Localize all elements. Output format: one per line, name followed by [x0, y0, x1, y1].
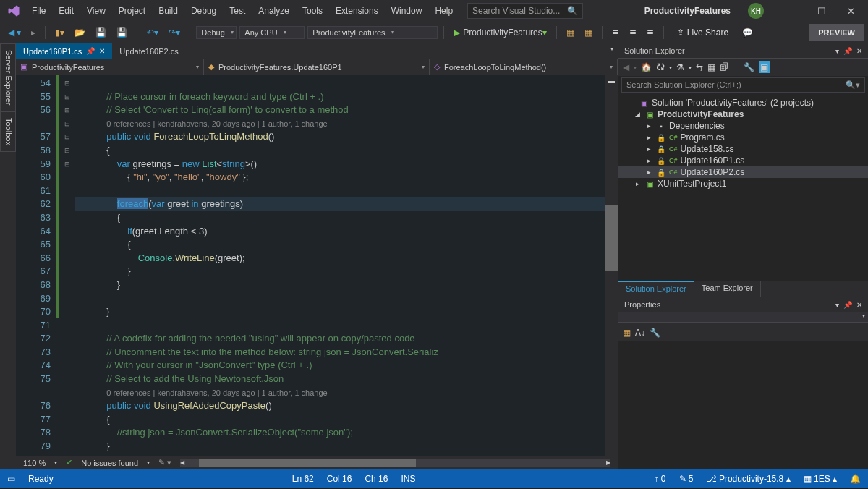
status-ch[interactable]: Ch 16: [365, 474, 388, 484]
nav-project-dropdown[interactable]: ▣ProductivityFeatures: [16, 59, 204, 75]
quick-launch-search[interactable]: Search Visual Studio... 🔍: [467, 3, 583, 19]
menu-build[interactable]: Build: [153, 3, 184, 19]
indent-icon[interactable]: ≣: [608, 26, 623, 39]
undo-icon[interactable]: ↶▾: [143, 26, 162, 39]
btab-solution-explorer[interactable]: Solution Explorer: [618, 281, 694, 297]
close-tab-icon[interactable]: ✕: [99, 47, 105, 55]
toolbox-tab[interactable]: Toolbox: [0, 111, 16, 152]
se-back-icon[interactable]: ◀: [623, 62, 629, 72]
hscroll-thumb[interactable]: [199, 459, 416, 467]
feedback-icon[interactable]: 💬: [739, 26, 757, 39]
se-sync-icon[interactable]: 🗘: [656, 62, 665, 72]
solution-node[interactable]: ▣Solution 'ProductivityFeatures' (2 proj…: [618, 97, 868, 109]
se-filter-icon[interactable]: ⚗: [676, 62, 684, 72]
tab-update160p1[interactable]: Update160P1.cs📌✕: [16, 43, 112, 59]
se-wrench-icon[interactable]: 🔧: [744, 62, 754, 72]
live-share-button[interactable]: ⇪ Live Share: [670, 27, 736, 38]
comment-icon[interactable]: ≣: [643, 26, 658, 39]
user-avatar[interactable]: KH: [748, 3, 764, 19]
maximize-button[interactable]: ☐: [807, 0, 836, 22]
properties-header[interactable]: Properties ▾📌✕: [618, 297, 868, 312]
status-repo[interactable]: ▦ 1ES ▴: [804, 474, 837, 484]
menu-edit[interactable]: Edit: [53, 3, 80, 19]
nav-type-dropdown[interactable]: ◆ProductivityFeatures.Update160P1: [204, 59, 430, 75]
panel-dropdown-icon[interactable]: ▾: [835, 301, 839, 309]
se-search[interactable]: Search Solution Explorer (Ctrl+;) 🔍▾: [621, 77, 865, 93]
menu-extensions[interactable]: Extensions: [330, 3, 384, 19]
toolbar-icon-1[interactable]: ▦: [563, 26, 578, 39]
se-copy-icon[interactable]: 🗐: [720, 62, 728, 72]
prop-wrench-icon[interactable]: 🔧: [650, 328, 660, 338]
menu-view[interactable]: View: [81, 3, 111, 19]
vertical-scrollbar[interactable]: ▬: [605, 75, 618, 456]
project2-node[interactable]: ▸▣XUnitTestProject1: [618, 178, 868, 190]
pin-icon[interactable]: 📌: [843, 47, 852, 55]
minimize-button[interactable]: —: [778, 0, 807, 22]
server-explorer-tab[interactable]: Server Explorer: [0, 43, 16, 111]
nav-member-dropdown[interactable]: ◇ForeachLoopToLinqMethod(): [430, 59, 618, 75]
scroll-thumb[interactable]: [605, 205, 618, 271]
outdent-icon[interactable]: ≣: [626, 26, 640, 39]
startup-dropdown[interactable]: ProductivityFeatures: [307, 26, 438, 39]
redo-icon[interactable]: ↷▾: [165, 26, 184, 39]
se-home-icon[interactable]: 🏠: [641, 62, 652, 72]
status-col[interactable]: Col 16: [327, 474, 352, 484]
start-debug-button[interactable]: ▶ ProductivityFeatures ▾: [450, 26, 550, 39]
panel-close-icon[interactable]: ✕: [856, 47, 862, 55]
config-dropdown[interactable]: Debug: [196, 26, 237, 39]
menu-project[interactable]: Project: [113, 3, 151, 19]
pin-icon[interactable]: 📌: [843, 301, 852, 309]
tree-update160p2[interactable]: ▸🔒C#Update160P2.cs: [618, 166, 868, 178]
solution-tree[interactable]: ▣Solution 'ProductivityFeatures' (2 proj…: [618, 94, 868, 281]
menu-file[interactable]: File: [26, 3, 51, 19]
se-showall-icon[interactable]: ▦: [707, 62, 715, 72]
se-preview-icon[interactable]: ▣: [759, 61, 770, 73]
tree-dependencies[interactable]: ▸▪Dependencies: [618, 120, 868, 132]
project-node[interactable]: ◢▣ProductivityFeatures: [618, 109, 868, 120]
status-publish[interactable]: ↑ 0: [654, 474, 665, 484]
tree-update158[interactable]: ▸🔒C#Update158.cs: [618, 143, 868, 155]
save-icon[interactable]: 💾: [92, 26, 110, 39]
platform-dropdown[interactable]: Any CPU: [239, 26, 305, 39]
split-icon[interactable]: ▬: [608, 77, 615, 85]
zoom-level[interactable]: 110 %: [23, 459, 46, 467]
pin-icon[interactable]: 📌: [86, 47, 95, 55]
preview-badge[interactable]: PREVIEW: [809, 24, 864, 41]
save-all-icon[interactable]: 💾: [113, 26, 131, 39]
panel-close-icon[interactable]: ✕: [856, 301, 862, 309]
menu-test[interactable]: Test: [224, 3, 251, 19]
code-editor[interactable]: 545556 575859606162636465666768697071727…: [16, 75, 618, 456]
tab-update160p2[interactable]: Update160P2.cs: [112, 43, 185, 59]
properties-object-dropdown[interactable]: ▾: [618, 312, 868, 323]
toolbar-icon-2[interactable]: ▦: [581, 26, 596, 39]
menu-analyze[interactable]: Analyze: [252, 3, 295, 19]
panel-dropdown-icon[interactable]: ▾: [835, 47, 839, 55]
se-back-drop[interactable]: ▾: [634, 64, 637, 71]
horizontal-scrollbar[interactable]: ◀▶: [180, 459, 610, 467]
fold-column[interactable]: ⊟⊟⊟⊟⊟⊟⊟: [59, 75, 75, 456]
status-window-icon[interactable]: ▭: [7, 474, 15, 484]
categorize-icon[interactable]: ▦: [623, 328, 631, 338]
btab-team-explorer[interactable]: Team Explorer: [694, 281, 761, 297]
status-ins[interactable]: INS: [401, 474, 415, 484]
nav-fwd-button[interactable]: ▸: [27, 26, 39, 39]
open-file-icon[interactable]: 📂: [71, 26, 89, 39]
status-changes[interactable]: ✎ 5: [679, 474, 694, 484]
code-content[interactable]: // Place cursor in foreach keyword and t…: [75, 75, 605, 456]
menu-tools[interactable]: Tools: [297, 3, 328, 19]
solution-explorer-header[interactable]: Solution Explorer ▾📌✕: [618, 43, 868, 59]
issues-text[interactable]: No issues found: [81, 459, 138, 467]
tab-overflow-icon[interactable]: ▾: [606, 43, 618, 59]
tree-program[interactable]: ▸🔒C#Program.cs: [618, 132, 868, 143]
se-collapse-icon[interactable]: ⇆: [696, 62, 703, 72]
alpha-sort-icon[interactable]: A↓: [635, 328, 645, 338]
nav-back-button[interactable]: ◀ ▾: [4, 26, 25, 39]
notifications-icon[interactable]: 🔔: [850, 474, 861, 484]
menu-debug[interactable]: Debug: [185, 3, 222, 19]
status-branch[interactable]: ⎇ Productivity-15.8 ▴: [707, 474, 791, 484]
menu-help[interactable]: Help: [429, 3, 459, 19]
menu-window[interactable]: Window: [386, 3, 428, 19]
status-line[interactable]: Ln 62: [292, 474, 314, 484]
pen-icon[interactable]: ✎ ▾: [158, 458, 171, 467]
new-project-icon[interactable]: ▮▾: [51, 26, 68, 39]
